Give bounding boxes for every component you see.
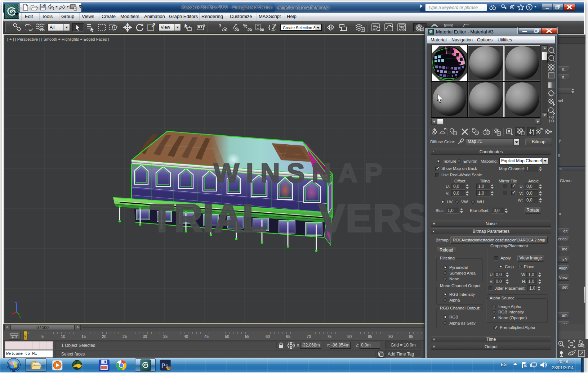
svg-text:z: z xyxy=(15,300,17,303)
svg-text:ABC: ABC xyxy=(271,29,276,32)
svg-text:?: ? xyxy=(528,5,531,9)
svg-text:x: x xyxy=(11,311,13,314)
svg-text:3: 3 xyxy=(219,23,221,28)
svg-text:y: y xyxy=(19,315,21,318)
svg-text:%: % xyxy=(243,23,247,29)
svg-text:{: { xyxy=(268,24,271,31)
